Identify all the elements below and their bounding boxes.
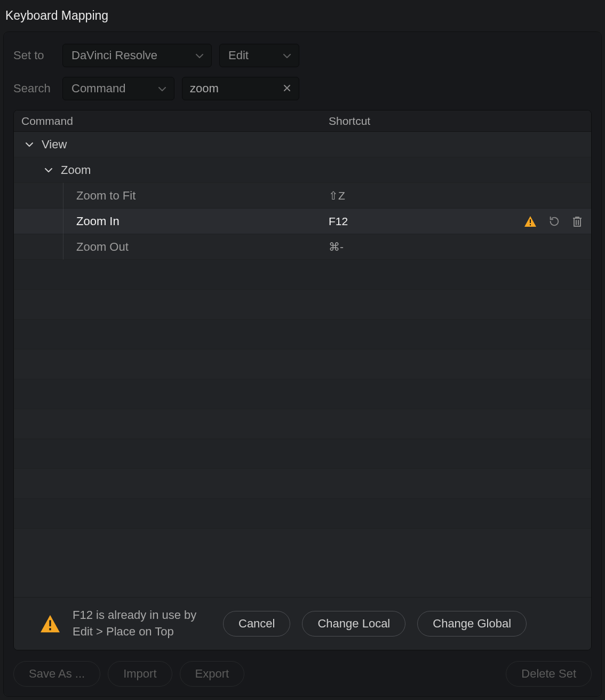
- shortcut-value: ⌘-: [329, 241, 344, 253]
- command-label: Zoom Out: [76, 240, 129, 254]
- tree-group-zoom[interactable]: Zoom: [14, 157, 591, 183]
- table-body[interactable]: View Zoom: [14, 132, 591, 597]
- clear-search-button[interactable]: [281, 81, 293, 97]
- svg-rect-1: [530, 224, 531, 226]
- shortcut-value: F12: [329, 215, 348, 227]
- empty-row: [14, 290, 591, 320]
- empty-row: [14, 529, 591, 559]
- set-to-label: Set to: [13, 49, 55, 62]
- tree-line-icon: [63, 209, 63, 234]
- tree-group-view-label: View: [42, 138, 67, 152]
- reset-shortcut-button[interactable]: [548, 216, 560, 227]
- window-title: Keyboard Mapping: [3, 5, 602, 31]
- search-mode-select[interactable]: Command: [62, 77, 174, 100]
- context-select[interactable]: Edit: [219, 44, 299, 67]
- shortcut-value: ⇧Z: [329, 189, 345, 202]
- set-to-row: Set to DaVinci Resolve Edit: [13, 44, 592, 67]
- tree-line-icon: [63, 234, 63, 259]
- warning-icon: [39, 614, 61, 633]
- table-header: Command Shortcut: [14, 110, 591, 132]
- footer-bar: Save As ... Import Export Delete Set: [13, 650, 592, 687]
- command-row-zoom-in[interactable]: Zoom In F12: [14, 209, 591, 234]
- export-button[interactable]: Export: [180, 661, 245, 687]
- command-label: Zoom to Fit: [76, 189, 136, 203]
- delete-set-button[interactable]: Delete Set: [506, 661, 592, 687]
- warning-icon: [524, 216, 537, 227]
- empty-row: [14, 379, 591, 409]
- change-local-button[interactable]: Change Local: [302, 611, 405, 637]
- chevron-down-icon: [283, 49, 291, 62]
- keyboard-mapping-panel: Set to DaVinci Resolve Edit Search Comma…: [3, 31, 602, 697]
- empty-row: [14, 320, 591, 349]
- save-as-button[interactable]: Save As ...: [13, 661, 100, 687]
- shortcut-table: Command Shortcut View: [13, 110, 592, 650]
- delete-shortcut-button[interactable]: [572, 216, 583, 227]
- import-button[interactable]: Import: [108, 661, 172, 687]
- svg-rect-2: [49, 621, 51, 626]
- preset-value: DaVinci Resolve: [71, 49, 157, 62]
- conflict-bar: F12 is already in use by Edit > Place on…: [14, 597, 591, 650]
- context-value: Edit: [228, 49, 249, 62]
- empty-row: [14, 499, 591, 529]
- command-row-zoom-to-fit[interactable]: Zoom to Fit ⇧Z: [14, 183, 591, 209]
- search-mode-value: Command: [71, 82, 125, 96]
- cancel-button[interactable]: Cancel: [223, 611, 290, 637]
- command-row-zoom-out[interactable]: Zoom Out ⌘-: [14, 234, 591, 260]
- svg-rect-0: [530, 219, 531, 223]
- svg-rect-3: [49, 628, 51, 630]
- search-row: Search Command: [13, 77, 592, 100]
- conflict-message: F12 is already in use by Edit > Place on…: [73, 607, 211, 640]
- search-label: Search: [13, 82, 55, 96]
- column-shortcut: Shortcut: [329, 115, 435, 128]
- search-input-wrapper: [182, 77, 299, 100]
- tree-group-view[interactable]: View: [14, 132, 591, 157]
- column-command: Command: [14, 115, 329, 128]
- command-label: Zoom In: [76, 214, 120, 228]
- empty-row: [14, 439, 591, 469]
- search-input[interactable]: [190, 82, 281, 96]
- chevron-down-icon: [44, 167, 53, 173]
- preset-select[interactable]: DaVinci Resolve: [62, 44, 212, 67]
- tree-group-zoom-label: Zoom: [61, 163, 91, 177]
- empty-row: [14, 469, 591, 499]
- empty-row: [14, 349, 591, 379]
- tree-line-icon: [63, 183, 63, 208]
- chevron-down-icon: [158, 82, 166, 96]
- empty-row: [14, 409, 591, 439]
- empty-row: [14, 260, 591, 290]
- chevron-down-icon: [25, 141, 34, 148]
- change-global-button[interactable]: Change Global: [417, 611, 527, 637]
- chevron-down-icon: [195, 49, 204, 62]
